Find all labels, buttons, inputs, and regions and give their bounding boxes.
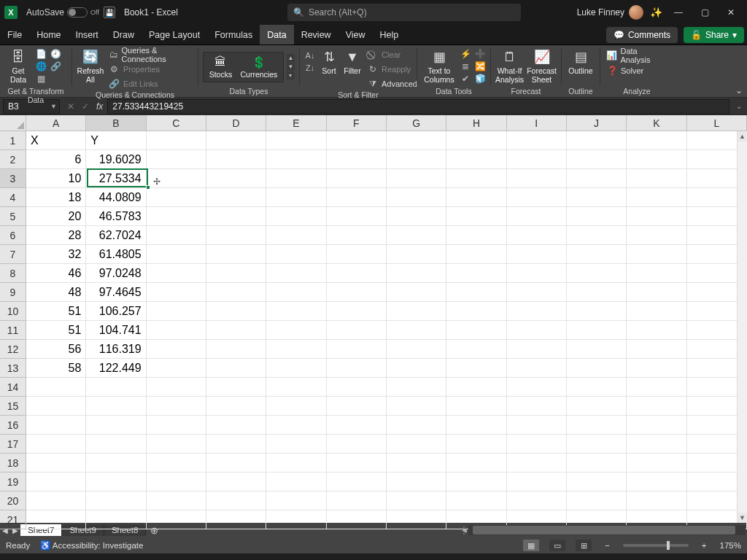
stocks-type[interactable]: 🏛Stocks xyxy=(209,55,233,79)
cell-E19[interactable] xyxy=(266,472,326,491)
fx-icon[interactable]: fx xyxy=(96,101,103,112)
cell-D10[interactable] xyxy=(206,302,266,321)
cell-E2[interactable] xyxy=(266,150,326,169)
cell-D1[interactable] xyxy=(206,131,266,150)
cell-F18[interactable] xyxy=(327,454,387,472)
row-header-21[interactable]: 21 xyxy=(0,510,26,529)
zoom-knob[interactable] xyxy=(667,541,670,550)
cell-A7[interactable]: 32 xyxy=(26,245,86,264)
cell-K19[interactable] xyxy=(627,472,686,491)
search-box[interactable]: 🔍 Search (Alt+Q) xyxy=(287,4,521,21)
cell-E16[interactable] xyxy=(266,416,326,435)
menu-tab-page-layout[interactable]: Page Layout xyxy=(142,25,207,44)
column-header-C[interactable]: C xyxy=(147,115,206,131)
cell-H1[interactable] xyxy=(446,131,506,150)
cell-G17[interactable] xyxy=(387,435,446,454)
cell-A3[interactable]: 10 xyxy=(26,169,86,188)
cell-J5[interactable] xyxy=(567,207,627,226)
scroll-up-icon[interactable]: ▲ xyxy=(738,131,747,141)
solver-button[interactable]: ❓Solver xyxy=(605,64,669,77)
cell-B2[interactable]: 19.6029 xyxy=(86,150,146,169)
cell-F7[interactable] xyxy=(327,245,387,264)
cell-F20[interactable] xyxy=(327,491,387,510)
recent-sources-icon[interactable]: 🕘 xyxy=(50,48,61,60)
column-header-A[interactable]: A xyxy=(26,115,86,131)
cell-J16[interactable] xyxy=(567,416,627,435)
cell-C11[interactable] xyxy=(147,321,206,340)
refresh-all-button[interactable]: 🔄 Refresh All xyxy=(77,47,104,84)
cell-E4[interactable] xyxy=(266,188,326,207)
zoom-level[interactable]: 175% xyxy=(720,541,741,550)
cell-B21[interactable] xyxy=(86,510,146,529)
cell-J13[interactable] xyxy=(567,359,627,378)
cell-J11[interactable] xyxy=(567,321,627,340)
cell-A10[interactable]: 51 xyxy=(26,302,86,321)
cell-D5[interactable] xyxy=(206,207,266,226)
cell-I11[interactable] xyxy=(507,321,567,340)
column-header-F[interactable]: F xyxy=(327,115,387,131)
cell-B17[interactable] xyxy=(86,435,146,454)
cell-A16[interactable] xyxy=(26,416,86,435)
get-data-button[interactable]: 🗄 Get Data xyxy=(4,47,32,84)
cell-K4[interactable] xyxy=(627,188,686,207)
cell-J3[interactable] xyxy=(567,169,627,188)
cell-B14[interactable] xyxy=(86,378,146,397)
cell-I1[interactable] xyxy=(507,131,567,150)
cell-G18[interactable] xyxy=(387,454,446,472)
cell-G7[interactable] xyxy=(387,245,446,264)
cell-K2[interactable] xyxy=(627,150,686,169)
cell-H16[interactable] xyxy=(446,416,506,435)
cell-I5[interactable] xyxy=(507,207,567,226)
cell-C9[interactable] xyxy=(147,283,206,302)
cell-J7[interactable] xyxy=(567,245,627,264)
cell-G19[interactable] xyxy=(387,472,446,491)
cell-H15[interactable] xyxy=(446,397,506,416)
cell-I17[interactable] xyxy=(507,435,567,454)
cell-G14[interactable] xyxy=(387,378,446,397)
cell-I3[interactable] xyxy=(507,169,567,188)
column-header-I[interactable]: I xyxy=(507,115,567,131)
cell-K11[interactable] xyxy=(627,321,686,340)
cell-A21[interactable] xyxy=(26,510,86,529)
cell-G3[interactable] xyxy=(387,169,446,188)
column-header-J[interactable]: J xyxy=(567,115,627,131)
cell-B5[interactable]: 46.5783 xyxy=(86,207,146,226)
cell-H11[interactable] xyxy=(446,321,506,340)
cell-F4[interactable] xyxy=(327,188,387,207)
cell-B4[interactable]: 44.0809 xyxy=(86,188,146,207)
cell-B6[interactable]: 62.7024 xyxy=(86,226,146,245)
cell-A6[interactable]: 28 xyxy=(26,226,86,245)
cell-E1[interactable] xyxy=(266,131,326,150)
cell-G21[interactable] xyxy=(387,510,446,529)
currencies-type[interactable]: 💲Currencies xyxy=(241,55,278,79)
row-header-10[interactable]: 10 xyxy=(0,302,26,321)
cell-B9[interactable]: 97.4645 xyxy=(86,283,146,302)
cell-H4[interactable] xyxy=(446,188,506,207)
cell-B1[interactable]: Y xyxy=(86,131,146,150)
cell-E17[interactable] xyxy=(266,435,326,454)
cell-C1[interactable] xyxy=(147,131,206,150)
what-if-button[interactable]: 🗒What-If Analysis xyxy=(495,47,524,84)
cell-G13[interactable] xyxy=(387,359,446,378)
cell-K15[interactable] xyxy=(627,397,686,416)
zoom-slider[interactable] xyxy=(623,544,689,547)
cell-A15[interactable] xyxy=(26,397,86,416)
row-header-15[interactable]: 15 xyxy=(0,397,26,416)
cell-F21[interactable] xyxy=(327,510,387,529)
cell-H7[interactable] xyxy=(446,245,506,264)
gallery-scroll[interactable]: ▲▼▾ xyxy=(287,54,295,79)
advanced-filter-button[interactable]: ⧩Advanced xyxy=(365,77,419,90)
queries-connections-button[interactable]: 🗂Queries & Connections xyxy=(107,48,193,61)
cell-G2[interactable] xyxy=(387,150,446,169)
row-header-18[interactable]: 18 xyxy=(0,454,26,472)
cell-I16[interactable] xyxy=(507,416,567,435)
cell-K14[interactable] xyxy=(627,378,686,397)
cell-J14[interactable] xyxy=(567,378,627,397)
cell-D16[interactable] xyxy=(206,416,266,435)
cell-F2[interactable] xyxy=(327,150,387,169)
consolidate-icon[interactable]: ➕ xyxy=(474,48,486,60)
cell-C10[interactable] xyxy=(147,302,206,321)
cell-H6[interactable] xyxy=(446,226,506,245)
sort-button[interactable]: ⇅Sort xyxy=(319,47,339,75)
cell-B12[interactable]: 116.319 xyxy=(86,340,146,359)
